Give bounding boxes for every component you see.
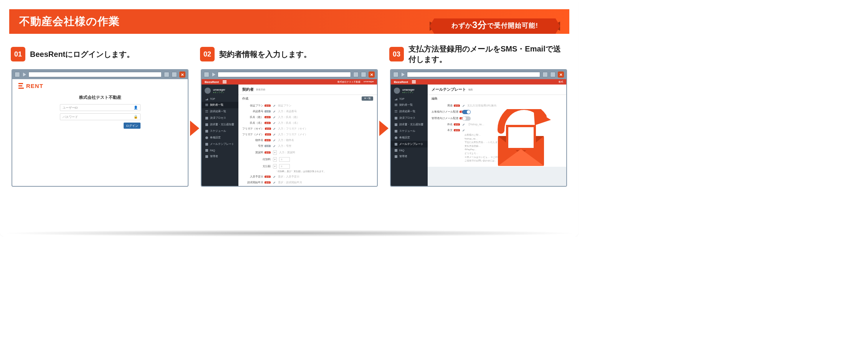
url-bar[interactable] [28,72,162,77]
step-number-02: 02 [200,47,215,61]
menu-icon[interactable] [412,80,416,83]
form-row: 支払額¥0 [242,163,373,170]
user-id-input[interactable]: ユーザーID👤 [60,104,141,111]
topbar-account[interactable]: umanager [364,80,374,84]
sidebar-user[interactable]: umanager● オンライン [202,86,238,96]
step-03: 03 支払方法登録用のメールをSMS・Emailで送付します。 ✕ BeesRe… [384,43,573,187]
play-icon [23,73,26,76]
step-desc-03: 支払方法登録用のメールをSMS・Emailで送付します。 [408,44,568,65]
sidebar-item-faq[interactable]: FAQ [391,148,428,153]
list-icon [205,104,208,106]
field-placeholder[interactable]: 保証プラン [278,104,291,108]
chart-icon [395,98,397,100]
sidebar-username: umanager [402,88,415,91]
field-placeholder[interactable]: 選択：請求開始年月 [278,181,302,184]
maximize-button[interactable] [550,72,556,77]
step-number-03: 03 [389,47,404,61]
pencil-icon [273,145,276,148]
sidebar-item-mail-templates[interactable]: メールテンプレート [202,141,238,148]
doc-icon [395,123,397,126]
sidebar-item-contractors[interactable]: 契約者一覧 [202,102,238,108]
form-row: 賃貸料必須¥入力：賃貸料 [242,149,373,156]
sidebar-item-contractors[interactable]: 契約者一覧 [391,102,428,108]
url-bar[interactable] [407,72,540,77]
sidebar-item-top[interactable]: TOP [391,96,428,102]
gear-icon [395,136,397,139]
close-icon[interactable]: ✕ [558,71,564,78]
field-value[interactable]: 【%shop_na… [467,123,484,126]
brand-logo: RENT [18,82,183,89]
numeric-input[interactable]: 0 [279,164,290,169]
minimize-button[interactable] [353,72,359,77]
list-toggle-button[interactable]: ▼一覧 [362,96,373,101]
field-label: フリガナ（メイ）必須 [242,133,271,136]
titlebar-button[interactable] [15,72,20,77]
sidebar-item-settings[interactable]: 各種設定 [202,134,238,141]
form-row: 氏名（名）必須入力：氏名（名） [242,120,373,126]
page-heading: メールテンプレート編集 [428,85,566,95]
sidebar-item-billing-results[interactable]: 請求結果一覧 [202,108,238,115]
form-row: 物件名必須入力：物件名 [242,138,373,143]
close-icon[interactable]: ✕ [369,71,375,78]
field-placeholder[interactable]: 入力：氏名（名） [278,121,299,125]
menu-icon[interactable] [223,80,227,83]
sidebar-item-mail-templates[interactable]: メールテンプレート [391,141,428,148]
field-label: 件名必須 [432,123,460,126]
field-label: 用途必須 [432,104,460,108]
pencil-icon [462,123,465,126]
maximize-button[interactable] [172,72,177,77]
field-label: 号室任意 [242,144,271,148]
gear-icon [205,136,208,139]
sidebar-item-invoices[interactable]: 請求書・支払通知書 [391,121,428,128]
field-placeholder[interactable]: 入力：氏名（姓） [278,116,299,119]
toggle-switch[interactable] [462,116,471,121]
app-topbar: BeesRent 株式会社テスト不動産umanager [202,79,377,85]
numeric-input[interactable]: 0 [279,157,290,162]
password-input[interactable]: パスワード🔒 [60,113,141,120]
field-label: 氏名（姓）必須 [242,116,271,119]
sidebar-item-settings[interactable]: 各種設定 [391,134,428,141]
brand-text: RENT [26,83,43,89]
sidebar-item-invoices[interactable]: 請求書・支払通知書 [202,121,238,128]
sidebar-status: ● オンライン [213,91,225,93]
field-value[interactable]: 支払方法登録用URL案内 [467,104,496,108]
list-icon [395,110,397,113]
sidebar-user[interactable]: umanager● オンライン [391,86,428,96]
section-heading: 作成▼一覧 [238,95,377,102]
sidebar-item-schedule[interactable]: スケジュール [391,128,428,134]
maximize-button[interactable] [361,72,366,77]
toggle-switch[interactable] [462,110,471,114]
field-placeholder[interactable]: 選択：入居予定日 [278,175,299,179]
form-row: フリガナ（セイ）必須入力：フリガナ（セイ） [242,126,373,132]
field-label: 支払額 [242,165,271,168]
browser-frame-03: ✕ BeesRent 株式 umanag [390,69,567,187]
titlebar-button[interactable] [393,72,398,77]
pencil-icon [273,116,276,119]
url-bar[interactable] [218,72,351,77]
field-placeholder[interactable]: 入力：号室 [278,144,291,148]
pencil-icon [462,129,465,132]
sidebar-item-schedule[interactable]: スケジュール [202,128,238,134]
sidebar-item-top[interactable]: TOP [202,96,238,102]
sidebar-item-billing-results[interactable]: 請求結果一覧 [391,108,428,115]
titlebar-button[interactable] [204,72,209,77]
field-placeholder[interactable]: 入力：フリガナ（セイ） [278,127,308,131]
field-label: 入居予定日必須 [242,175,271,179]
minimize-button[interactable] [164,72,169,77]
sidebar-item-payment-process[interactable]: 決済プロセス [202,115,238,121]
login-button[interactable]: ログイン [124,123,141,129]
field-placeholder[interactable]: 入力：フリガナ（メイ） [278,133,308,136]
avatar-icon [205,88,211,94]
sidebar-item-payment-process[interactable]: 決済プロセス [391,115,428,121]
field-placeholder[interactable]: 入力：承認番号 [278,110,297,113]
pencil-icon [273,133,276,136]
list-icon [395,104,397,106]
minimize-button[interactable] [542,72,548,77]
sidebar-item-admin[interactable]: 管理者 [202,153,238,160]
user-icon [205,155,208,158]
field-placeholder[interactable]: 入力：物件名 [278,139,294,142]
sidebar-item-faq[interactable]: FAQ [202,148,238,153]
field-placeholder[interactable]: 入力：賃貸料 [279,151,295,154]
sidebar-item-admin[interactable]: 管理者 [391,153,428,160]
close-icon[interactable]: ✕ [179,71,185,78]
